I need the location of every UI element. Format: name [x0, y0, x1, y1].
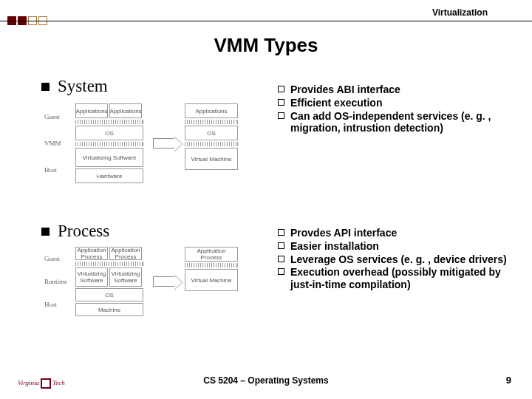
diagram-box: Virtual Machine [185, 269, 238, 291]
diagram-box: Applications [109, 103, 142, 118]
bullet-square-icon [41, 83, 50, 91]
diagram-box: Application Process [75, 247, 108, 260]
diagram-box: Applications [185, 103, 238, 118]
diagram-box: OS [185, 126, 238, 140]
wavy-divider-icon [75, 142, 143, 146]
wavy-divider-icon [185, 120, 238, 124]
diagram-left-stack: Application Process Application Process … [75, 247, 143, 316]
list-item: Execution overhead (possibly mitigated b… [278, 266, 514, 291]
wavy-divider-icon [75, 120, 143, 124]
diagram-row-labels: Guest VMM Host [44, 103, 71, 183]
process-bullet-list: Provdes API interface Easier installatio… [278, 226, 514, 292]
diagram-box: Application Process [185, 247, 238, 262]
system-bullet-list: Provides ABI interface Efficient executi… [278, 83, 514, 135]
wavy-divider-icon [185, 142, 238, 146]
open-square-icon [278, 99, 284, 106]
diagram-left-stack: Applications Applications OS Virtualizin… [75, 103, 143, 183]
arrow-right-icon [153, 138, 175, 149]
section-label-system: System [58, 77, 108, 96]
diagram-box: Hardware [75, 168, 143, 183]
list-item: Efficient execution [278, 97, 514, 109]
open-square-icon [278, 242, 284, 249]
slide-title: VMM Types [0, 34, 532, 57]
open-square-icon [278, 112, 284, 119]
list-item: Can add OS-independent services (e. g. ,… [278, 110, 514, 135]
diagram-box: OS [75, 288, 143, 301]
diagram-right-stack: Application Process Virtual Machine [185, 247, 238, 316]
process-diagram: Guest Runtime Host Application Process A… [44, 247, 238, 316]
diagram-box: Virtualizing Software [109, 267, 142, 287]
list-item: Easier installation [278, 240, 514, 253]
list-item: Leverage OS services (e. g. , device dri… [278, 253, 514, 266]
wavy-divider-icon [75, 262, 143, 266]
diagram-right-stack: Applications OS Virtual Machine [185, 103, 238, 183]
open-square-icon [278, 268, 284, 275]
diagram-box: Virtual Machine [185, 148, 238, 170]
bullet-square-icon [41, 228, 50, 236]
arrow-right-icon [153, 276, 175, 287]
open-square-icon [278, 86, 284, 92]
footer-page-number: 9 [506, 375, 511, 386]
diagram-box: OS [75, 126, 143, 140]
footer-course: CS 5204 – Operating Systems [0, 375, 532, 386]
list-item: Provides ABI interface [278, 83, 514, 96]
section-label-process: Process [58, 222, 109, 241]
diagram-box: Application Process [109, 247, 142, 260]
list-item: Provdes API interface [278, 227, 514, 239]
open-square-icon [278, 229, 284, 236]
diagram-row-labels: Guest Runtime Host [44, 247, 71, 316]
header-title: Virtualization [432, 7, 488, 18]
diagram-box: Applications [75, 103, 108, 118]
open-square-icon [278, 256, 284, 262]
diagram-box: Virtualizing Software [75, 267, 108, 287]
diagram-box: Machine [75, 303, 143, 316]
system-diagram: Guest VMM Host Applications Applications… [44, 103, 238, 183]
diagram-box: Virtualizing Software [75, 148, 143, 167]
header-divider [0, 21, 532, 21]
wavy-divider-icon [185, 263, 238, 267]
